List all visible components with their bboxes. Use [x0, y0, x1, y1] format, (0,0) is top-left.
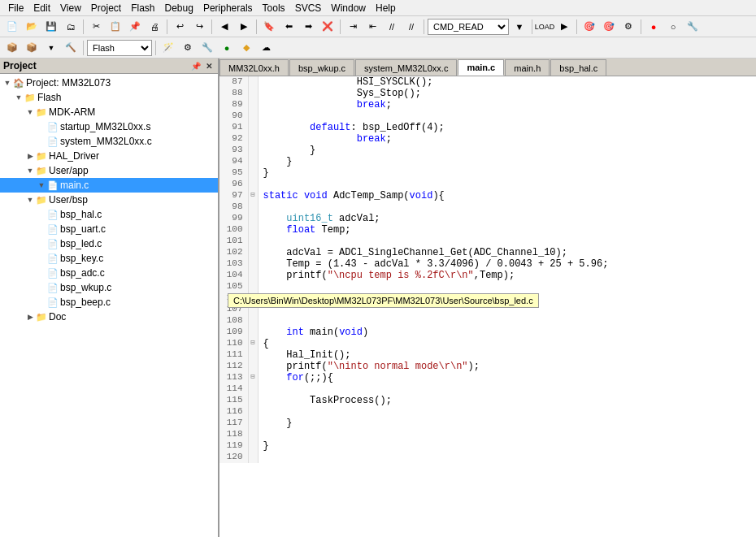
t2-gear2-btn[interactable]: 🔧	[198, 39, 216, 57]
menu-svcs[interactable]: SVCS	[290, 1, 327, 15]
paste-btn[interactable]: 📌	[126, 18, 144, 36]
tree-item-main_c[interactable]: ▼📄main.c	[0, 178, 218, 193]
t2-green-btn[interactable]: ●	[218, 39, 236, 57]
tree-icon: 📄	[47, 283, 59, 293]
tree-expander[interactable]	[36, 209, 47, 220]
tree-expander[interactable]: ▼	[24, 106, 36, 118]
menu-file[interactable]: File	[3, 1, 28, 15]
clear-bookmark-btn[interactable]: ❌	[319, 18, 337, 36]
target-btn2[interactable]: 🎯	[600, 18, 618, 36]
load-btn[interactable]: LOAD	[536, 18, 554, 36]
tree-expander[interactable]	[36, 121, 47, 132]
tree-item-bsp_key[interactable]: 📄bsp_key.c	[0, 251, 218, 266]
tab-main-h[interactable]: main.h	[505, 59, 550, 76]
menu-tools[interactable]: Tools	[258, 1, 290, 15]
tree-expander[interactable]: ▼	[36, 180, 47, 191]
tree-expander[interactable]: ▼	[2, 77, 13, 89]
open-btn[interactable]: 📂	[23, 18, 41, 36]
tree-item-bsp_wkup[interactable]: 📄bsp_wkup.c	[0, 280, 218, 295]
t2-btn4[interactable]: 🔨	[62, 39, 80, 57]
menu-debug[interactable]: Debug	[160, 1, 198, 15]
new-btn[interactable]: 📄	[3, 18, 21, 36]
tab-system_MM32L0xx-c[interactable]: system_MM32L0xx.c	[355, 59, 457, 76]
next-bookmark-btn[interactable]: ➡	[299, 18, 317, 36]
save-all-btn[interactable]: 🗂	[62, 18, 80, 36]
t2-btn3[interactable]: ▼	[42, 39, 60, 57]
t2-btn1[interactable]: 📦	[3, 39, 21, 57]
fold-indicator[interactable]: ⊟	[248, 372, 258, 383]
tree-expander[interactable]: ▼	[13, 92, 24, 103]
panel-close-btn[interactable]: ✕	[203, 60, 215, 71]
tree-item-bsp_uart[interactable]: 📄bsp_uart.c	[0, 222, 218, 236]
tree-expander[interactable]	[36, 297, 47, 308]
comment-btn[interactable]: //	[383, 18, 401, 36]
t2-diamond-btn[interactable]: ◆	[237, 39, 255, 57]
tree-expander[interactable]	[36, 238, 47, 249]
t2-gear1-btn[interactable]: ⚙	[179, 39, 197, 57]
tree-item-bsp_led[interactable]: 📄bsp_led.c	[0, 236, 218, 251]
tree-expander[interactable]	[36, 223, 47, 235]
cut-btn[interactable]: ✂	[87, 18, 105, 36]
menu-window[interactable]: Window	[326, 1, 371, 15]
reset-btn[interactable]: ○	[664, 18, 682, 36]
tab-bsp_hal-c[interactable]: bsp_hal.c	[550, 59, 606, 76]
nav-fwd-btn[interactable]: ▶	[235, 18, 253, 36]
tree-expander[interactable]: ▶	[24, 311, 36, 323]
menu-project[interactable]: Project	[86, 1, 126, 15]
unindent-btn[interactable]: ⇤	[363, 18, 381, 36]
tree-item-system_mm32[interactable]: 📄system_MM32L0xx.c	[0, 134, 218, 149]
stop-btn[interactable]: ●	[645, 18, 663, 36]
tree-item-mdk-arm[interactable]: ▼📁MDK-ARM	[0, 105, 218, 119]
copy-btn[interactable]: 📋	[106, 18, 124, 36]
tree-item-bsp_adc[interactable]: 📄bsp_adc.c	[0, 266, 218, 280]
tree-item-flash[interactable]: ▼📁Flash	[0, 90, 218, 105]
tree-expander[interactable]	[36, 267, 47, 279]
uncomment-btn[interactable]: //	[402, 18, 420, 36]
prev-bookmark-btn[interactable]: ⬅	[280, 18, 298, 36]
t2-wand-btn[interactable]: 🪄	[159, 39, 177, 57]
tab-bsp_wkup-c[interactable]: bsp_wkup.c	[289, 59, 354, 76]
menu-flash[interactable]: Flash	[126, 1, 159, 15]
more-btn[interactable]: 🔧	[684, 18, 702, 36]
cmd-combo[interactable]: CMD_READ	[428, 19, 509, 35]
tree-item-hal_driver[interactable]: ▶📁HAL_Driver	[0, 149, 218, 163]
t2-cloud-btn[interactable]: ☁	[257, 39, 275, 57]
menu-help[interactable]: Help	[371, 1, 401, 15]
cmd-btn[interactable]: ▼	[511, 18, 528, 36]
fold-indicator[interactable]: ⊟	[248, 338, 258, 349]
tree-item-startup[interactable]: 📄startup_MM32L0xx.s	[0, 119, 218, 134]
fold-indicator[interactable]: ⊟	[248, 190, 258, 201]
tree-item-bsp_hal[interactable]: 📄bsp_hal.c	[0, 207, 218, 222]
save-btn[interactable]: 💾	[42, 18, 60, 36]
menu-peripherals[interactable]: Peripherals	[198, 1, 258, 15]
bookmark-btn[interactable]: 🔖	[260, 18, 278, 36]
tree-item-user_bsp[interactable]: ▼📁User/bsp	[0, 193, 218, 207]
tree-item-bsp_beep[interactable]: 📄bsp_beep.c	[0, 295, 218, 310]
tree-item-doc[interactable]: ▶📁Doc	[0, 310, 218, 324]
indent-btn[interactable]: ⇥	[344, 18, 362, 36]
tree-expander[interactable]	[36, 136, 47, 147]
menu-edit[interactable]: Edit	[28, 1, 55, 15]
t2-btn2[interactable]: 📦	[23, 39, 41, 57]
tree-item-user_app[interactable]: ▼📁User/app	[0, 163, 218, 178]
tab-main-c[interactable]: main.c	[458, 59, 504, 76]
flash-combo[interactable]: Flash	[87, 40, 152, 56]
print-btn[interactable]: 🖨	[146, 18, 163, 36]
menu-view[interactable]: View	[55, 1, 86, 15]
run-btn[interactable]: ▶	[555, 18, 573, 36]
tree-expander[interactable]: ▼	[24, 194, 36, 206]
code-editor[interactable]: 87 HSI_SYSCLK();88 Sys_Stop();89 break;9…	[219, 76, 756, 537]
tab-MM32L0xx-h[interactable]: MM32L0xx.h	[219, 59, 289, 76]
tree-expander[interactable]	[36, 282, 47, 293]
settings-btn[interactable]: ⚙	[619, 18, 637, 36]
undo-btn[interactable]: ↩	[171, 18, 189, 36]
panel-pin-btn[interactable]: 📌	[190, 60, 202, 71]
tree-item-project[interactable]: ▼🏠Project: MM32L073	[0, 76, 218, 90]
tree-expander[interactable]	[36, 253, 47, 264]
tree-expander[interactable]: ▼	[24, 165, 36, 176]
target-btn1[interactable]: 🎯	[580, 18, 598, 36]
redo-btn[interactable]: ↪	[190, 18, 208, 36]
tree-expander[interactable]: ▶	[24, 150, 36, 162]
table-row: 90	[219, 110, 756, 122]
nav-back-btn[interactable]: ◀	[215, 18, 233, 36]
